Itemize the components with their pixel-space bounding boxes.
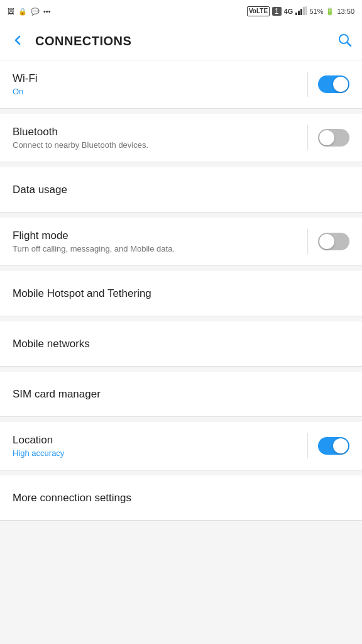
item-title-bluetooth: Bluetooth: [13, 126, 307, 138]
settings-item-flight-mode[interactable]: Flight modeTurn off calling, messaging, …: [0, 218, 362, 266]
section-gap: [0, 367, 362, 372]
settings-item-mobile-hotspot[interactable]: Mobile Hotspot and Tethering: [0, 271, 362, 316]
toggle-knob-flight-mode: [319, 234, 334, 249]
svg-line-6: [348, 42, 351, 46]
toggle-knob-bluetooth: [319, 130, 334, 145]
svg-rect-4: [305, 6, 307, 15]
toggle-divider-flight-mode: [307, 229, 308, 254]
toggle-area-bluetooth: [307, 125, 349, 150]
section-gap: [0, 266, 362, 271]
settings-list: Wi-FiOnBluetoothConnect to nearby Blueto…: [0, 60, 362, 521]
toggle-wifi[interactable]: [318, 75, 349, 93]
settings-item-bluetooth[interactable]: BluetoothConnect to nearby Bluetooth dev…: [0, 114, 362, 162]
toggle-flight-mode[interactable]: [318, 233, 349, 250]
settings-item-data-usage[interactable]: Data usage: [0, 167, 362, 213]
gallery-icon: 🖼: [8, 8, 14, 15]
sim-indicator: 1: [272, 7, 282, 16]
item-title-more-connection: More connection settings: [13, 492, 349, 504]
item-title-mobile-hotspot: Mobile Hotspot and Tethering: [13, 287, 349, 300]
back-button[interactable]: [10, 33, 25, 50]
item-title-mobile-networks: Mobile networks: [13, 338, 349, 350]
battery-icon: 🔋: [326, 8, 334, 16]
toggle-knob-wifi: [333, 77, 348, 92]
toggle-area-wifi: [307, 72, 349, 97]
status-bar-left: 🖼 🔒 💬 •••: [8, 8, 51, 16]
settings-item-more-connection[interactable]: More connection settings: [0, 475, 362, 521]
volte-indicator: VoLTE: [247, 6, 270, 16]
item-subtitle-bluetooth: Connect to nearby Bluetooth devices.: [13, 140, 307, 150]
lock-icon: 🔒: [18, 8, 27, 16]
item-content-flight-mode: Flight modeTurn off calling, messaging, …: [13, 230, 307, 253]
toggle-area-location: [307, 433, 349, 458]
section-gap: [0, 109, 362, 114]
section-gap: [0, 162, 362, 167]
item-title-sim-card: SIM card manager: [13, 388, 349, 401]
status-bar-right: VoLTE 1 4G 51% 🔋 13:50: [247, 6, 354, 16]
toggle-area-flight-mode: [307, 229, 349, 254]
settings-item-mobile-networks[interactable]: Mobile networks: [0, 321, 362, 367]
item-content-bluetooth: BluetoothConnect to nearby Bluetooth dev…: [13, 126, 307, 150]
toggle-bluetooth[interactable]: [318, 129, 349, 147]
settings-item-location[interactable]: LocationHigh accuracy: [0, 422, 362, 470]
item-subtitle-wifi: On: [13, 87, 307, 96]
app-bar: CONNECTIONS: [0, 23, 362, 60]
page-title: CONNECTIONS: [35, 34, 337, 48]
toggle-divider-wifi: [307, 72, 308, 97]
message-icon: 💬: [31, 8, 40, 16]
item-content-mobile-networks: Mobile networks: [13, 338, 349, 350]
item-content-more-connection: More connection settings: [13, 492, 349, 504]
settings-item-wifi[interactable]: Wi-FiOn: [0, 60, 362, 109]
item-subtitle-location: High accuracy: [13, 448, 307, 458]
section-gap: [0, 470, 362, 475]
item-content-sim-card: SIM card manager: [13, 388, 349, 401]
more-icon: •••: [43, 8, 51, 15]
item-content-wifi: Wi-FiOn: [13, 72, 307, 96]
item-content-data-usage: Data usage: [13, 184, 349, 196]
item-title-data-usage: Data usage: [13, 184, 349, 196]
item-title-location: Location: [13, 434, 307, 447]
4g-icon: 4G: [284, 8, 293, 15]
item-content-location: LocationHigh accuracy: [13, 434, 307, 458]
status-bar: 🖼 🔒 💬 ••• VoLTE 1 4G 51% 🔋 13:50: [0, 0, 362, 23]
section-gap: [0, 316, 362, 321]
toggle-divider-bluetooth: [307, 125, 308, 150]
toggle-location[interactable]: [318, 437, 349, 455]
item-title-wifi: Wi-Fi: [13, 72, 307, 85]
svg-rect-3: [303, 7, 305, 15]
toggle-divider-location: [307, 433, 308, 458]
section-gap: [0, 417, 362, 422]
section-gap: [0, 213, 362, 218]
signal-bars-icon: [295, 6, 307, 16]
item-content-mobile-hotspot: Mobile Hotspot and Tethering: [13, 287, 349, 300]
svg-rect-2: [300, 9, 302, 15]
clock: 13:50: [337, 8, 354, 15]
item-title-flight-mode: Flight mode: [13, 230, 307, 242]
svg-rect-1: [298, 11, 300, 15]
battery-percent: 51%: [309, 8, 323, 15]
item-subtitle-flight-mode: Turn off calling, messaging, and Mobile …: [13, 244, 307, 253]
toggle-knob-location: [333, 438, 348, 453]
search-button[interactable]: [337, 32, 352, 51]
settings-item-sim-card[interactable]: SIM card manager: [0, 372, 362, 417]
svg-rect-0: [295, 13, 297, 15]
